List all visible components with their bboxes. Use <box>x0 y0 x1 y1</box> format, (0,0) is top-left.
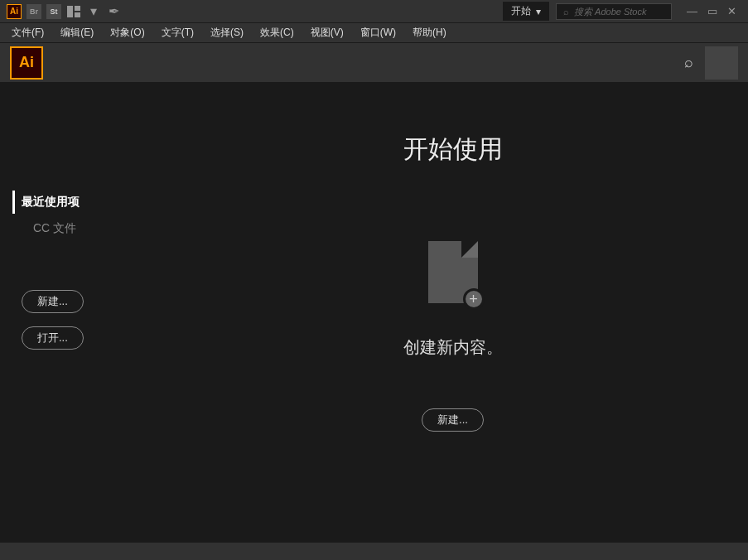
chevron-down-icon: ▾ <box>536 6 541 17</box>
top-panel-right: ⌕ <box>684 46 738 80</box>
maximize-button[interactable]: ▭ <box>707 5 717 17</box>
search-icon[interactable]: ⌕ <box>684 54 693 71</box>
menu-bar: 文件(F) 编辑(E) 对象(O) 文字(T) 选择(S) 效果(C) 视图(V… <box>0 23 748 43</box>
content-area: 开始使用 + 创建新内容。 新建... <box>157 83 748 542</box>
sidebar-item-cc-files[interactable]: CC 文件 <box>22 217 136 240</box>
open-button[interactable]: 打开... <box>22 326 84 350</box>
minimize-button[interactable]: — <box>687 5 697 17</box>
workspace-label: 开始 <box>511 4 531 18</box>
new-document-icon: + <box>428 241 478 303</box>
window-controls: — ▭ ✕ <box>678 5 745 17</box>
menu-type[interactable]: 文字(T) <box>153 23 202 42</box>
menu-help[interactable]: 帮助(H) <box>404 23 455 42</box>
menu-select[interactable]: 选择(S) <box>202 23 252 42</box>
ai-logo: Ai <box>10 46 43 80</box>
feather-icon[interactable]: ✒ <box>106 4 121 19</box>
main-area: 最近使用项 CC 文件 新建... 打开... 开始使用 + 创建新内容。 新建… <box>0 83 748 542</box>
top-panel: Ai ⌕ <box>0 43 748 83</box>
menu-window[interactable]: 窗口(W) <box>352 23 404 42</box>
sidebar: 最近使用项 CC 文件 新建... 打开... <box>0 83 157 542</box>
ai-app-icon[interactable]: Ai <box>7 4 22 19</box>
app-switcher: Ai Br St ▾ ✒ <box>3 4 121 19</box>
sidebar-actions: 新建... 打开... <box>22 290 136 350</box>
content-new-button[interactable]: 新建... <box>422 408 484 432</box>
search-icon: ⌕ <box>563 7 569 17</box>
page-title: 开始使用 <box>403 133 503 167</box>
br-app-icon[interactable]: Br <box>27 4 41 19</box>
plus-icon: + <box>463 288 485 310</box>
panel-placeholder[interactable] <box>705 46 738 80</box>
svg-rect-2 <box>75 12 80 17</box>
st-app-icon[interactable]: St <box>46 4 61 19</box>
menu-edit[interactable]: 编辑(E) <box>52 23 102 42</box>
stock-search-box[interactable]: ⌕ <box>556 3 672 20</box>
new-button[interactable]: 新建... <box>22 290 84 313</box>
close-button[interactable]: ✕ <box>727 5 736 17</box>
sidebar-item-recent[interactable]: 最近使用项 <box>12 191 136 214</box>
arrange-documents-icon[interactable] <box>66 4 81 19</box>
dropdown-icon[interactable]: ▾ <box>86 4 101 19</box>
stock-search-input[interactable] <box>574 7 664 17</box>
menu-file[interactable]: 文件(F) <box>3 23 52 42</box>
menu-object[interactable]: 对象(O) <box>102 23 152 42</box>
workspace-dropdown[interactable]: 开始 ▾ <box>503 2 549 21</box>
svg-rect-1 <box>75 6 80 11</box>
title-bar: Ai Br St ▾ ✒ 开始 ▾ ⌕ — ▭ ✕ <box>0 0 748 23</box>
content-subtitle: 创建新内容。 <box>403 336 503 359</box>
menu-view[interactable]: 视图(V) <box>302 23 352 42</box>
menu-effect[interactable]: 效果(C) <box>252 23 302 42</box>
svg-rect-0 <box>67 6 73 17</box>
status-bar <box>0 542 748 560</box>
